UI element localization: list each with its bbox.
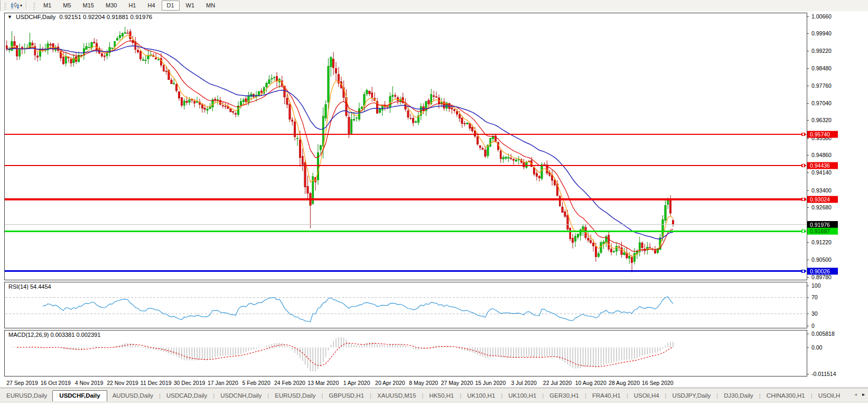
svg-text:0.91976: 0.91976 [810,222,830,228]
timeframe-button-m30[interactable]: M30 [100,1,122,11]
svg-text:24 Feb 2020: 24 Feb 2020 [274,380,305,386]
collapse-icon[interactable]: ▼ [7,14,12,20]
svg-text:17 Jan 2020: 17 Jan 2020 [208,380,238,386]
svg-text:MACD(12,26,9) 0.003381 0.00239: MACD(12,26,9) 0.003381 0.002391 [8,332,100,338]
chart-tab-fra40-h1[interactable]: FRA40,H1 [587,391,626,401]
chart-tab-gbpusd-h1[interactable]: GBPUSD,H1 [324,391,369,401]
ohlc-values: 0.92151 0.92204 0.91881 0.91976 [59,14,152,20]
timeframe-button-d1[interactable]: D1 [162,1,180,11]
toolbar-separator [26,2,26,10]
candlestick-chart-icon [11,2,19,10]
timeframe-toolbar: ▾ M1M5M15M30H1H4D1W1MN [0,0,868,12]
statusbar-strip [0,402,868,404]
window-edge [0,0,2,11]
svg-text:1 Apr 2020: 1 Apr 2020 [343,380,370,386]
svg-text:0.94860: 0.94860 [811,152,832,158]
svg-text:0.95740: 0.95740 [810,131,830,137]
timeframe-button-h1[interactable]: H1 [123,1,141,11]
chart-tab-strip: EURUSD,DailyUSDCHF,DailyAUDUSD,Daily|USD… [1,390,840,401]
chart-canvas[interactable]: 1.006600.999400.992200.984800.977600.970… [0,11,868,388]
svg-text:0: 0 [811,323,815,329]
chart-tab-usdjpy-daily[interactable]: USDJPY,Daily [667,391,716,401]
timeframe-button-m5[interactable]: M5 [58,1,76,11]
svg-text:28 Aug 2020: 28 Aug 2020 [609,380,640,386]
timeframe-button-w1[interactable]: W1 [181,1,200,11]
chart-tab-uk100-h1[interactable]: UK100,H1 [462,391,500,401]
chart-tab-usdcnh-daily[interactable]: USDCNH,Daily [215,391,267,401]
toolbar-grip-2[interactable] [32,2,35,10]
svg-text:100: 100 [811,282,821,289]
tabs-scroll-left-icon[interactable]: ◂ [854,391,857,397]
svg-text:20 Apr 2020: 20 Apr 2020 [375,380,405,386]
svg-text:27 May 2020: 27 May 2020 [441,380,473,386]
svg-text:0.99940: 0.99940 [811,30,832,36]
chart-tab-uk100-h1[interactable]: UK100,H1 [503,391,542,401]
timeframe-buttons: M1M5M15M30H1H4D1W1MN [38,1,221,11]
svg-text:4 Nov 2019: 4 Nov 2019 [75,380,104,386]
svg-text:22 Nov 2019: 22 Nov 2019 [107,380,138,386]
timeframe-button-h4[interactable]: H4 [142,1,160,11]
svg-text:0.93400: 0.93400 [811,187,832,194]
svg-text:0.99220: 0.99220 [811,48,832,54]
svg-text:30 Dec 2019: 30 Dec 2019 [174,380,206,386]
svg-text:0.91220: 0.91220 [811,239,832,245]
timeframe-button-m15[interactable]: M15 [78,1,99,11]
svg-text:0.92680: 0.92680 [811,204,832,210]
svg-text:3 Jul 2020: 3 Jul 2020 [511,380,537,386]
svg-text:16 Sep 2020: 16 Sep 2020 [642,380,674,386]
svg-text:-0.011514: -0.011514 [811,371,836,377]
chart-tools-button[interactable]: ▾ [8,2,24,10]
toolbar-grip[interactable] [3,2,6,10]
svg-text:0.90500: 0.90500 [811,256,832,263]
chart-tab-eurusd-daily[interactable]: EURUSD,Daily [1,391,52,401]
svg-text:27 Sep 2019: 27 Sep 2019 [6,380,38,386]
chart-title: ▼USDCHF,Daily0.92151 0.92204 0.91881 0.9… [7,14,152,20]
svg-text:0.97760: 0.97760 [811,82,832,89]
svg-text:10 Aug 2020: 10 Aug 2020 [575,380,606,386]
chart-tab-usoil-h[interactable]: USOil,H [813,391,840,401]
svg-text:0.96320: 0.96320 [811,117,832,123]
svg-text:0.00: 0.00 [811,344,823,351]
symbol-period-label: USDCHF,Daily [16,14,55,20]
svg-text:30: 30 [811,310,818,317]
chart-tab-audusd-daily[interactable]: AUDUSD,Daily [107,391,158,401]
svg-text:70: 70 [811,294,818,300]
svg-text:RSI(14) 54.4454: RSI(14) 54.4454 [8,283,51,290]
timeframe-button-m1[interactable]: M1 [38,1,57,11]
svg-text:22 Jul 2020: 22 Jul 2020 [543,380,572,386]
chart-tab-ger30-h1[interactable]: GER30,H1 [544,391,584,401]
svg-text:13 Mar 2020: 13 Mar 2020 [307,380,339,386]
dropdown-arrow-icon: ▾ [20,4,22,8]
tabs-scroll-right-icon[interactable]: ▸ [862,391,865,397]
svg-text:0.91697: 0.91697 [810,228,830,234]
timeframe-button-mn[interactable]: MN [201,1,220,11]
chart-tab-hk50-h1[interactable]: HK50,H1 [424,391,460,401]
chart-tab-usdchf-daily[interactable]: USDCHF,Daily [52,390,107,401]
svg-text:0.93024: 0.93024 [810,196,830,203]
svg-text:5 Feb 2020: 5 Feb 2020 [242,380,270,386]
svg-text:0.98480: 0.98480 [811,65,832,71]
svg-text:15 Jun 2020: 15 Jun 2020 [475,380,506,386]
chart-tab-dj30-daily[interactable]: DJ30,Daily [718,391,759,401]
chart-tab-xauusd-m15[interactable]: XAUUSD,M15 [372,391,422,401]
chart-tab-eurusd-daily[interactable]: EURUSD,Daily [269,391,321,401]
svg-text:16 Oct 2019: 16 Oct 2019 [41,380,71,386]
chart-tabs-bar: EURUSD,DailyUSDCHF,DailyAUDUSD,Daily|USD… [0,388,868,404]
chart-window: ▼USDCHF,Daily0.92151 0.92204 0.91881 0.9… [0,11,868,388]
chart-tab-usoil-h4[interactable]: USOil,H4 [629,391,665,401]
svg-text:0.005818: 0.005818 [811,330,835,337]
svg-text:1.00660: 1.00660 [811,13,832,20]
svg-text:11 Dec 2019: 11 Dec 2019 [141,380,172,386]
chart-tab-china300-h1[interactable]: CHINA300,H1 [761,391,810,401]
svg-text:0.90026: 0.90026 [810,268,830,274]
svg-text:8 May 2020: 8 May 2020 [409,380,438,386]
chart-tab-usdcad-daily[interactable]: USDCAD,Daily [161,391,212,401]
svg-text:0.94140: 0.94140 [811,169,832,176]
svg-text:0.94436: 0.94436 [810,162,830,169]
svg-text:0.97040: 0.97040 [811,100,832,106]
